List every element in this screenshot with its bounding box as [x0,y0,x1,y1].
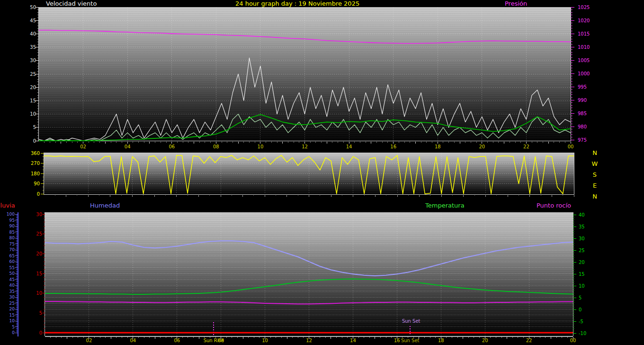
pressure-axis-tick-label: 1000 [578,71,590,76]
temperature-axis-tick-label: 25 [579,248,585,253]
direction-series [44,155,574,194]
pressure-axis-tick-label: 1005 [578,58,590,63]
hour-tick-label: 22 [526,338,532,343]
rain-axis-tick-label: 25 [36,231,42,236]
humidity-line [45,241,573,276]
humidity-axis-tick-label: 75 [9,242,15,246]
temperature-axis-tick-label: -10 [579,331,586,336]
temperature-legend-label: Temperatura [425,202,465,209]
wind-speed-title: Velocidad viento [46,0,97,7]
hour-tick-label: 18 [438,338,444,343]
humidity-axis-tick-label: 40 [9,283,15,288]
wind-axis-tick-label: 20 [30,85,36,90]
pressure-axis-tick-label: 980 [578,124,587,129]
rain-axis-tick-label: 10 [36,291,42,296]
humidity-temp-gridlines [45,212,573,336]
wind-axis-tick-label: 40 [30,31,36,36]
rain-axis-tick-label: 20 [36,251,42,256]
compass-letter: N [592,193,597,200]
hour-tick-label: 16 [394,338,400,343]
compass-letter: E [593,182,597,189]
humidity-axis-tick-label: 60 [9,259,15,264]
humidity-axis-tick-label: 45 [9,277,15,282]
temperature-axis-tick-label: 5 [579,295,581,300]
humidity-axis-tick-label: 25 [9,301,15,306]
humidity-legend-label: Humedad [90,202,120,209]
direction-axis-tick-label: 90 [34,181,40,186]
hour-tick-label: 10 [262,338,268,343]
compass-letter: S [593,171,597,178]
rain-legend-label: lluvia [0,202,15,209]
wind-axis-tick-label: 15 [30,98,36,103]
direction-axis-tick-label: 270 [31,161,40,166]
humidity-axis-tick-label: 20 [9,307,15,311]
humidity-axis-tick-label: 15 [9,313,15,318]
humidity-axis-tick-label: 70 [9,247,15,252]
wind-axis-tick-label: 10 [30,111,36,117]
hour-tick-label: 06 [174,338,180,343]
hour-tick-label: 18 [435,144,441,149]
humidity-axis-tick-label: 30 [9,295,15,300]
hour-tick-label: 00 [568,144,574,149]
hour-tick-label: 20 [479,144,485,149]
hour-tick-label: 00 [570,338,576,343]
hour-tick-label: 14 [346,144,352,149]
sun-set-chart-label: Sun Set [402,318,420,324]
temperature-axis-tick-label: 15 [579,272,585,277]
wind-axis-tick-label: 25 [30,72,36,77]
sun-rise-axis-label: Sun Rise [204,338,224,343]
temperature-axis-tick-label: 10 [579,283,585,289]
humidity-temp-chart: 0510152025303540455055606570758085909510… [7,212,587,344]
rain-axis-tick-label: 0 [39,330,42,336]
temperature-axis-tick-label: -5 [579,319,583,324]
hour-tick-label: 06 [169,144,175,149]
compass-letter: N [592,149,597,156]
hour-tick-label: 08 [213,144,219,149]
hour-tick-label: 12 [302,144,308,149]
hour-tick-label: 16 [390,144,396,149]
rain-axis-tick-label: 30 [36,212,42,217]
rain-axis-tick-label: 15 [36,271,42,276]
direction-axis-tick-label: 0 [37,191,40,197]
page-title: 24 hour graph day : 19 Noviembre 2025 [235,0,359,7]
direction-chart: 090180270360NWSEN [31,149,598,200]
humidity-axis-tick-label: 0 [12,330,15,335]
temperature-axis-tick-label: 30 [579,236,585,241]
humidity-temp-axis-labels: 0510152025303540455055606570758085909510… [7,212,587,344]
pressure-axis-tick-label: 1025 [578,5,590,10]
humidity-axis-tick-label: 65 [9,254,15,258]
hour-tick-label: 14 [350,338,356,343]
wind-axis-tick-label: 30 [30,58,36,63]
temperature-axis-tick-label: 0 [579,307,581,312]
weather-graph-page: 0510152025303540455097598098599099510001… [0,0,644,345]
direction-axis-tick-label: 360 [31,151,40,156]
hour-tick-label: 02 [86,338,92,343]
humidity-axis-tick-label: 10 [9,318,15,323]
humidity-axis-tick-label: 85 [9,230,15,235]
humidity-axis-tick-label: 50 [9,271,15,276]
hour-tick-label: 04 [125,144,131,149]
wind-axis-tick-label: 35 [30,45,36,50]
rain-axis-tick-label: 5 [39,310,42,316]
temperature-axis-tick-label: 20 [579,260,585,265]
sun-set-axis-label: Sun Set [401,338,420,343]
hour-tick-label: 04 [130,338,136,343]
temperature-axis-tick-label: 35 [579,224,585,229]
direction-axis-tick-label: 180 [31,171,40,176]
pressure-title: Presión [505,0,527,7]
hour-tick-label: 22 [523,144,529,149]
temperature-axis-tick-label: 40 [579,212,585,218]
pressure-axis-tick-label: 1020 [578,18,590,23]
hour-tick-label: 10 [258,144,264,149]
hour-tick-label: 20 [482,338,488,343]
humidity-axis-tick-label: 90 [9,224,15,228]
pressure-axis-tick-label: 1010 [578,45,590,50]
wind-axis-tick-label: 0 [33,138,36,144]
pressure-axis-tick-label: 975 [578,137,587,143]
pressure-axis-tick-label: 985 [578,111,587,116]
wind-axis-tick-label: 5 [33,125,36,130]
weather-charts: 0510152025303540455097598098599099510001… [0,0,644,345]
humidity-axis-tick-label: 100 [7,212,15,217]
pressure-axis-tick-label: 990 [578,98,587,103]
wind-average-trend-line [39,115,571,141]
